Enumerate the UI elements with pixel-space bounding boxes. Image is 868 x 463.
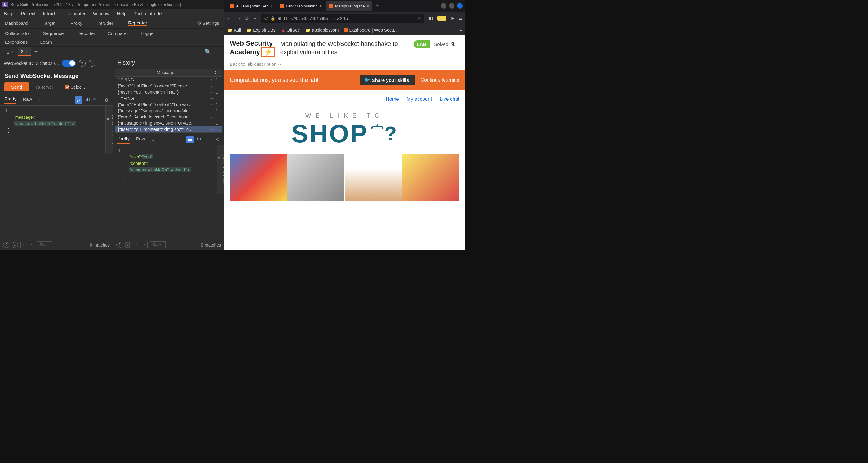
- nav-chat[interactable]: Live chat: [440, 96, 459, 102]
- table-row[interactable]: TYPING← 1: [115, 95, 222, 101]
- close-icon[interactable]: ×: [25, 49, 28, 54]
- chevron-down-icon[interactable]: ⌄: [38, 97, 42, 103]
- help-icon[interactable]: ?: [3, 242, 9, 248]
- col-message[interactable]: Message: [118, 70, 213, 75]
- inspector-tab[interactable]: INSPECTOR: [217, 146, 224, 194]
- search-input[interactable]: [150, 241, 165, 248]
- home-button[interactable]: ⌂: [254, 16, 256, 21]
- view-pretty[interactable]: Pretty: [118, 136, 130, 144]
- product-card[interactable]: [402, 154, 459, 201]
- help-icon[interactable]: ?: [116, 242, 122, 248]
- product-card[interactable]: [230, 154, 287, 201]
- close-window-icon[interactable]: [457, 3, 463, 9]
- browser-tab[interactable]: All labs | Web Sec×: [227, 1, 276, 11]
- close-icon[interactable]: ×: [366, 3, 369, 8]
- continue-link[interactable]: Continue learning: [421, 77, 459, 83]
- back-to-description-link[interactable]: Back to lab description ››: [224, 61, 465, 70]
- prev-button[interactable]: ‹: [21, 242, 26, 248]
- more-icon[interactable]: ⋮: [215, 49, 220, 55]
- subtab-1[interactable]: 1×: [4, 48, 17, 56]
- tab-extensions[interactable]: Extensions: [5, 39, 28, 45]
- menu-window[interactable]: Window: [93, 11, 110, 16]
- overflow-icon[interactable]: »: [459, 28, 462, 33]
- share-button[interactable]: 🐦Share your skills!: [360, 75, 415, 85]
- back-button[interactable]: ←: [227, 16, 232, 21]
- close-icon[interactable]: ×: [320, 3, 322, 8]
- close-icon[interactable]: ×: [11, 50, 13, 54]
- tab-intruder[interactable]: Intruder: [97, 21, 113, 26]
- reload-button[interactable]: ⟳: [245, 16, 249, 21]
- view-raw[interactable]: Raw: [23, 96, 32, 103]
- url-bar[interactable]: 🛡 🔒 ⚙ https://0a54007404a66cdcc2c42f1b ☆: [261, 13, 424, 23]
- subtab-2[interactable]: 2×: [18, 48, 30, 56]
- table-row[interactable]: {"user":"Hal Pline","content":"Please...…: [115, 83, 222, 89]
- menu-project[interactable]: Project: [21, 11, 36, 16]
- table-row[interactable]: {"user":"Hal Pline","content":"I do wo..…: [115, 101, 222, 107]
- nav-home[interactable]: Home: [385, 96, 399, 102]
- extensions-icon[interactable]: ⊞: [451, 16, 455, 21]
- tab-learn[interactable]: Learn: [40, 39, 52, 45]
- inspector-tab[interactable]: INSPECTOR: [105, 106, 113, 154]
- search-input[interactable]: [37, 241, 52, 248]
- product-card[interactable]: [345, 154, 402, 201]
- menu-repeater[interactable]: Repeater: [66, 11, 86, 16]
- menu-help[interactable]: Help: [117, 11, 126, 16]
- table-row[interactable]: {"message":"<img src=1 oNeRrOr=ale...→ 1: [115, 120, 222, 126]
- select-checkbox[interactable]: Selec...: [65, 85, 85, 90]
- table-row[interactable]: {"user":"You","content":"Hi Hal"}← 1: [115, 89, 222, 95]
- tab-sequencer[interactable]: Sequencer: [43, 31, 65, 36]
- tab-repeater[interactable]: Repeater: [128, 20, 147, 26]
- forward-button[interactable]: →: [236, 16, 241, 21]
- pocket-icon[interactable]: ◧: [429, 16, 433, 21]
- nav-account[interactable]: My account: [407, 96, 432, 102]
- prev-button[interactable]: ‹: [134, 242, 140, 248]
- menu-turbo-intruder[interactable]: Turbo Intruder: [134, 11, 163, 16]
- ws-toggle[interactable]: [62, 60, 75, 67]
- gear-icon[interactable]: ⚙: [104, 97, 108, 103]
- response-editor[interactable]: 1{ "user":"You", "content": "<img src=1 …: [113, 146, 224, 240]
- toggle-icon[interactable]: ⇄: [186, 136, 194, 143]
- tab-comparer[interactable]: Comparer: [107, 31, 128, 36]
- next-button[interactable]: ›: [142, 242, 148, 248]
- direction-select[interactable]: To server ⌄: [32, 83, 62, 91]
- bookmark-offsec[interactable]: ▲OffSec: [281, 28, 300, 33]
- maximize-icon[interactable]: [449, 3, 455, 9]
- bookmark-kali[interactable]: 📁Kali: [227, 28, 241, 33]
- tab-dashboard[interactable]: Dashboard: [5, 21, 28, 26]
- bookmark-dashboard[interactable]: Dashboard | Web Secu...: [344, 28, 398, 33]
- tab-logger[interactable]: Logger: [141, 31, 155, 36]
- wrap-icon[interactable]: ≡: [93, 96, 96, 103]
- menu-icon[interactable]: ≡: [459, 16, 462, 21]
- menu-burp[interactable]: Burp: [4, 11, 13, 16]
- newline-icon[interactable]: \n: [86, 96, 90, 103]
- browser-tab[interactable]: Manipulating the×: [326, 1, 372, 11]
- col-direction[interactable]: D: [213, 70, 219, 75]
- view-raw[interactable]: Raw: [136, 136, 145, 143]
- wrap-icon[interactable]: ≡: [204, 136, 207, 143]
- close-icon[interactable]: ×: [270, 3, 273, 8]
- bookmark-appleblossom[interactable]: 📁appleblossom: [305, 28, 339, 33]
- tab-proxy[interactable]: Proxy: [70, 21, 82, 26]
- toggle-icon[interactable]: ⇄: [75, 96, 83, 103]
- table-row[interactable]: {"user":"You","content":"<img src=1 o...…: [115, 126, 222, 132]
- add-tab-button[interactable]: +: [32, 48, 40, 56]
- newline-icon[interactable]: \n: [197, 136, 201, 143]
- tab-collaborator[interactable]: Collaborator: [5, 31, 30, 36]
- table-row[interactable]: {"error":"Attack detected: Event handl..…: [115, 114, 222, 120]
- tab-decoder[interactable]: Decoder: [78, 31, 95, 36]
- minimize-icon[interactable]: [441, 3, 446, 9]
- send-button[interactable]: Send: [4, 83, 29, 91]
- menu-intruder[interactable]: Intruder: [43, 11, 59, 16]
- help-icon[interactable]: ?: [89, 60, 95, 67]
- gear-icon[interactable]: ⚙: [125, 242, 131, 248]
- new-tab-button[interactable]: +: [373, 2, 383, 10]
- search-icon[interactable]: 🔍: [204, 49, 211, 55]
- chevron-down-icon[interactable]: ⌄: [151, 137, 155, 143]
- request-editor[interactable]: 1{ "message": "<img src=1 oNeRrOr=alert`…: [0, 106, 113, 240]
- table-row[interactable]: {"message":"<img src=1 onerror='ale...→ …: [115, 107, 222, 114]
- table-row[interactable]: TYPING← 1: [115, 76, 222, 83]
- gear-icon[interactable]: ⚙: [12, 242, 18, 248]
- bookmark-exploit[interactable]: 📁Exploit DBs: [246, 28, 275, 33]
- product-card[interactable]: [287, 154, 344, 201]
- next-button[interactable]: ›: [29, 242, 35, 248]
